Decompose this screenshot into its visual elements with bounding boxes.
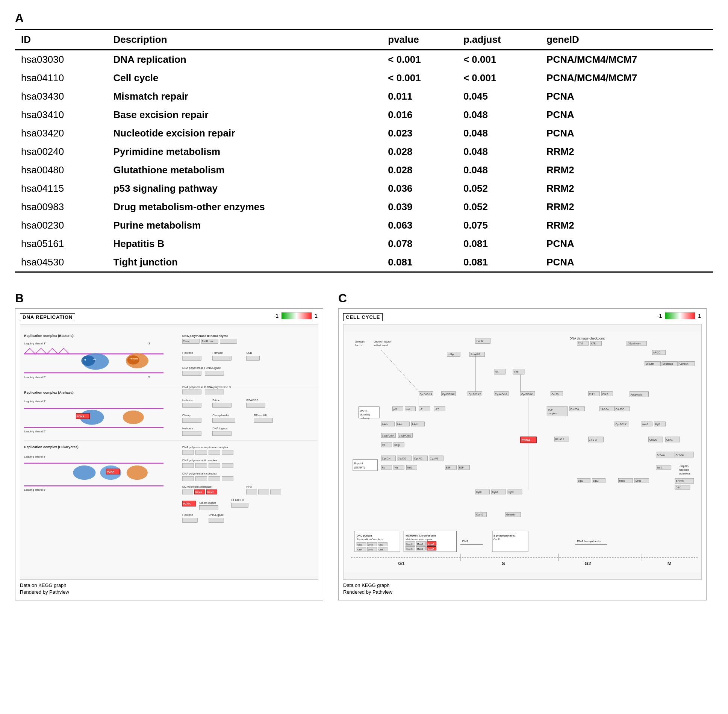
svg-text:SCF: SCF bbox=[548, 408, 553, 411]
table-row: hsa03030 DNA replication < 0.001 < 0.001… bbox=[15, 50, 713, 69]
svg-text:CycD/Cdk4: CycD/Cdk4 bbox=[382, 434, 394, 437]
col-id: ID bbox=[15, 30, 107, 50]
svg-rect-80 bbox=[222, 463, 233, 468]
svg-text:DNA polymerase ε complex: DNA polymerase ε complex bbox=[182, 472, 217, 475]
svg-text:CycE: CycE bbox=[493, 538, 500, 541]
svg-text:RFase HII: RFase HII bbox=[254, 414, 267, 417]
svg-text:Mcm6: Mcm6 bbox=[417, 548, 423, 550]
cell-padjust: 0.045 bbox=[457, 87, 540, 106]
svg-rect-103 bbox=[231, 503, 248, 507]
svg-text:Leading strand  5': Leading strand 5' bbox=[24, 488, 46, 491]
cell-geneid: RRM2 bbox=[540, 142, 713, 161]
svg-text:CycD/Cdk6: CycD/Cdk6 bbox=[399, 434, 411, 437]
svg-text:MCM(Mini-Chromosome: MCM(Mini-Chromosome bbox=[406, 534, 436, 537]
panel-b-title: DNA REPLICATION bbox=[20, 313, 75, 321]
svg-text:Lig: Lig bbox=[82, 358, 86, 361]
cell-pvalue: 0.039 bbox=[382, 198, 457, 216]
svg-rect-64 bbox=[182, 418, 201, 423]
cell-id: hsa03410 bbox=[15, 106, 107, 124]
cell-id: hsa03030 bbox=[15, 50, 107, 69]
cell-description: Base excision repair bbox=[107, 106, 382, 124]
svg-text:DNA polymerase α-primase compl: DNA polymerase α-primase complex bbox=[182, 446, 228, 449]
svg-text:Rb: Rb bbox=[495, 371, 498, 373]
svg-text:PCNA: PCNA bbox=[522, 438, 530, 442]
svg-text:G1: G1 bbox=[398, 561, 404, 566]
col-description: Description bbox=[107, 30, 382, 50]
svg-text:Mcm4: Mcm4 bbox=[427, 543, 434, 545]
svg-text:Cdc20: Cdc20 bbox=[649, 438, 657, 441]
svg-text:Growth: Growth bbox=[355, 340, 365, 343]
legend-c-max: 1 bbox=[698, 313, 701, 319]
svg-rect-0 bbox=[282, 312, 312, 319]
cell-description: Pyrimidine metabolism bbox=[107, 142, 382, 161]
svg-text:Primase: Primase bbox=[212, 351, 223, 355]
svg-text:Pol III core: Pol III core bbox=[202, 340, 213, 343]
cell-id: hsa03430 bbox=[15, 87, 107, 106]
cell-geneid: PCNA bbox=[540, 235, 713, 253]
panel-b-wrap: B -1 bbox=[15, 291, 323, 600]
svg-text:Helicase: Helicase bbox=[182, 427, 193, 430]
svg-text:CycE: CycE bbox=[476, 491, 482, 494]
svg-text:Helicase: Helicase bbox=[182, 513, 193, 517]
cell-padjust: 0.048 bbox=[457, 142, 540, 161]
svg-rect-92 bbox=[259, 490, 269, 494]
svg-text:Leading strand  5': Leading strand 5' bbox=[24, 430, 46, 433]
svg-text:Securin: Securin bbox=[646, 363, 654, 365]
cell-geneid: PCNA bbox=[540, 253, 713, 272]
table-row: hsa00480 Glutathione metabolism 0.028 0.… bbox=[15, 161, 713, 179]
svg-text:Mcm5: Mcm5 bbox=[406, 548, 413, 550]
svg-text:APC/C: APC/C bbox=[653, 351, 661, 354]
svg-rect-75 bbox=[222, 450, 233, 455]
panel-c-box: -1 1 CELL CY bbox=[338, 308, 707, 600]
svg-text:S-phase proteins:: S-phase proteins: bbox=[493, 534, 516, 537]
svg-text:MCM7: MCM7 bbox=[207, 491, 214, 493]
svg-text:Rad3: Rad3 bbox=[619, 479, 625, 482]
svg-text:MCMcomplex (helicase): MCMcomplex (helicase) bbox=[182, 485, 213, 488]
svg-text:G2: G2 bbox=[584, 561, 591, 566]
svg-rect-78 bbox=[195, 463, 207, 468]
svg-text:Ink4b: Ink4b bbox=[382, 423, 388, 426]
cell-geneid: RRM2 bbox=[540, 179, 713, 198]
cell-geneid: PCNA/MCM4/MCM7 bbox=[540, 50, 713, 69]
svg-text:Helicase: Helicase bbox=[182, 399, 193, 402]
cell-id: hsa00230 bbox=[15, 216, 107, 235]
svg-text:5': 5' bbox=[148, 376, 151, 379]
cell-geneid: RRM2 bbox=[540, 216, 713, 235]
svg-text:CycB/Cdk1: CycB/Cdk1 bbox=[616, 423, 628, 426]
table-row: hsa05161 Hepatitis B 0.078 0.081 PCNA bbox=[15, 235, 713, 253]
svg-text:p53 pathway: p53 pathway bbox=[627, 342, 641, 345]
svg-text:Clamp loader: Clamp loader bbox=[199, 501, 216, 505]
cell-pvalue: 0.016 bbox=[382, 106, 457, 124]
svg-text:Mcm2: Mcm2 bbox=[406, 543, 413, 545]
svg-text:APC/C: APC/C bbox=[676, 453, 684, 456]
panel-a: A ID Description pvalue p.adjust geneID … bbox=[15, 11, 713, 273]
svg-text:Emi1: Emi1 bbox=[657, 466, 663, 469]
svg-text:Geminin: Geminin bbox=[506, 513, 516, 516]
cell-padjust: 0.048 bbox=[457, 106, 540, 124]
svg-text:Ink4c: Ink4c bbox=[397, 423, 403, 426]
cell-padjust: 0.052 bbox=[457, 179, 540, 198]
svg-rect-83 bbox=[195, 476, 207, 481]
col-pvalue: pvalue bbox=[382, 30, 457, 50]
svg-text:DNA Ligase: DNA Ligase bbox=[209, 513, 224, 517]
svg-text:CycA/Cdk2: CycA/Cdk2 bbox=[495, 393, 507, 396]
svg-text:Orc6: Orc6 bbox=[378, 549, 384, 551]
svg-rect-74 bbox=[209, 450, 220, 455]
cell-id: hsa04530 bbox=[15, 253, 107, 272]
cell-id: hsa04115 bbox=[15, 179, 107, 198]
cell-description: Purine metabolism bbox=[107, 216, 382, 235]
svg-rect-47 bbox=[212, 356, 231, 360]
table-row: hsa03430 Mismatch repair 0.011 0.045 PCN… bbox=[15, 87, 713, 106]
svg-rect-60 bbox=[247, 403, 265, 408]
svg-rect-106 bbox=[182, 518, 197, 522]
svg-text:Cdc25C: Cdc25C bbox=[616, 408, 625, 411]
cell-pvalue: 0.011 bbox=[382, 87, 457, 106]
svg-text:14-3-3σ: 14-3-3σ bbox=[600, 408, 609, 411]
svg-rect-48 bbox=[247, 356, 260, 360]
panel-b-box: -1 1 DNA REP bbox=[15, 308, 323, 600]
svg-text:Clamp: Clamp bbox=[183, 340, 190, 343]
svg-rect-101 bbox=[199, 505, 218, 510]
panel-b-label: B bbox=[15, 291, 323, 305]
legend-b-max: 1 bbox=[315, 313, 318, 319]
cell-id: hsa05161 bbox=[15, 235, 107, 253]
